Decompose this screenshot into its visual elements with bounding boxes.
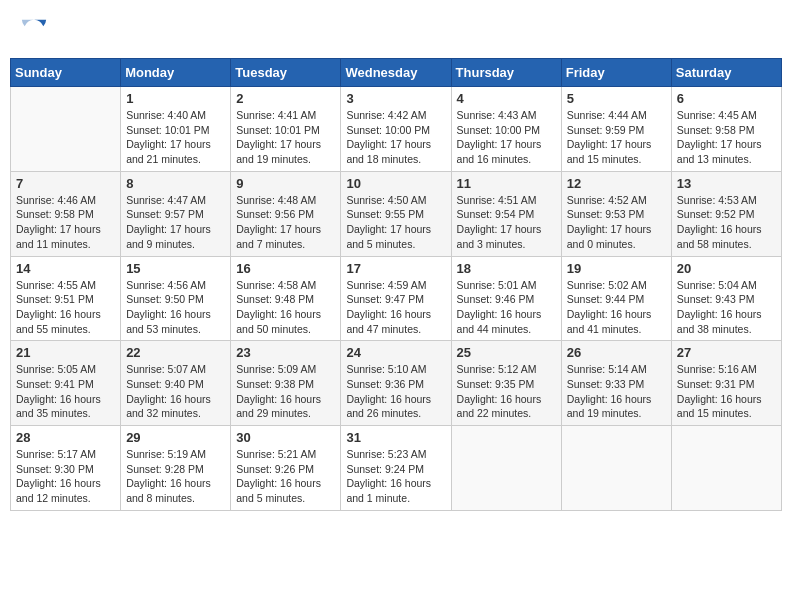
day-info: Sunrise: 5:09 AM Sunset: 9:38 PM Dayligh…	[236, 362, 335, 421]
calendar-cell	[451, 426, 561, 511]
weekday-header: Tuesday	[231, 59, 341, 87]
day-number: 5	[567, 91, 666, 106]
day-number: 28	[16, 430, 115, 445]
day-number: 21	[16, 345, 115, 360]
calendar-cell: 6Sunrise: 4:45 AM Sunset: 9:58 PM Daylig…	[671, 87, 781, 172]
day-number: 23	[236, 345, 335, 360]
day-info: Sunrise: 5:02 AM Sunset: 9:44 PM Dayligh…	[567, 278, 666, 337]
day-number: 10	[346, 176, 445, 191]
calendar-week-row: 21Sunrise: 5:05 AM Sunset: 9:41 PM Dayli…	[11, 341, 782, 426]
day-info: Sunrise: 5:04 AM Sunset: 9:43 PM Dayligh…	[677, 278, 776, 337]
calendar-cell	[671, 426, 781, 511]
calendar-cell: 18Sunrise: 5:01 AM Sunset: 9:46 PM Dayli…	[451, 256, 561, 341]
calendar-cell: 15Sunrise: 4:56 AM Sunset: 9:50 PM Dayli…	[121, 256, 231, 341]
calendar-cell: 12Sunrise: 4:52 AM Sunset: 9:53 PM Dayli…	[561, 171, 671, 256]
day-info: Sunrise: 4:42 AM Sunset: 10:00 PM Daylig…	[346, 108, 445, 167]
day-number: 15	[126, 261, 225, 276]
logo-icon	[20, 15, 48, 43]
calendar-table: SundayMondayTuesdayWednesdayThursdayFrid…	[10, 58, 782, 511]
day-number: 2	[236, 91, 335, 106]
day-info: Sunrise: 5:19 AM Sunset: 9:28 PM Dayligh…	[126, 447, 225, 506]
day-info: Sunrise: 4:59 AM Sunset: 9:47 PM Dayligh…	[346, 278, 445, 337]
weekday-header: Thursday	[451, 59, 561, 87]
calendar-cell: 17Sunrise: 4:59 AM Sunset: 9:47 PM Dayli…	[341, 256, 451, 341]
calendar-cell: 16Sunrise: 4:58 AM Sunset: 9:48 PM Dayli…	[231, 256, 341, 341]
calendar-cell: 22Sunrise: 5:07 AM Sunset: 9:40 PM Dayli…	[121, 341, 231, 426]
day-info: Sunrise: 5:01 AM Sunset: 9:46 PM Dayligh…	[457, 278, 556, 337]
calendar-cell: 26Sunrise: 5:14 AM Sunset: 9:33 PM Dayli…	[561, 341, 671, 426]
day-info: Sunrise: 4:47 AM Sunset: 9:57 PM Dayligh…	[126, 193, 225, 252]
day-info: Sunrise: 4:40 AM Sunset: 10:01 PM Daylig…	[126, 108, 225, 167]
day-number: 3	[346, 91, 445, 106]
calendar-cell: 21Sunrise: 5:05 AM Sunset: 9:41 PM Dayli…	[11, 341, 121, 426]
calendar-cell: 5Sunrise: 4:44 AM Sunset: 9:59 PM Daylig…	[561, 87, 671, 172]
calendar-cell	[561, 426, 671, 511]
day-info: Sunrise: 5:14 AM Sunset: 9:33 PM Dayligh…	[567, 362, 666, 421]
calendar-cell: 9Sunrise: 4:48 AM Sunset: 9:56 PM Daylig…	[231, 171, 341, 256]
day-number: 4	[457, 91, 556, 106]
day-info: Sunrise: 5:16 AM Sunset: 9:31 PM Dayligh…	[677, 362, 776, 421]
day-info: Sunrise: 4:53 AM Sunset: 9:52 PM Dayligh…	[677, 193, 776, 252]
day-number: 1	[126, 91, 225, 106]
calendar-cell: 3Sunrise: 4:42 AM Sunset: 10:00 PM Dayli…	[341, 87, 451, 172]
day-number: 13	[677, 176, 776, 191]
weekday-header: Friday	[561, 59, 671, 87]
day-number: 31	[346, 430, 445, 445]
calendar-week-row: 28Sunrise: 5:17 AM Sunset: 9:30 PM Dayli…	[11, 426, 782, 511]
day-number: 14	[16, 261, 115, 276]
weekday-header: Wednesday	[341, 59, 451, 87]
day-info: Sunrise: 4:56 AM Sunset: 9:50 PM Dayligh…	[126, 278, 225, 337]
calendar-cell: 8Sunrise: 4:47 AM Sunset: 9:57 PM Daylig…	[121, 171, 231, 256]
day-number: 6	[677, 91, 776, 106]
calendar-cell: 23Sunrise: 5:09 AM Sunset: 9:38 PM Dayli…	[231, 341, 341, 426]
day-number: 29	[126, 430, 225, 445]
day-number: 12	[567, 176, 666, 191]
day-info: Sunrise: 5:07 AM Sunset: 9:40 PM Dayligh…	[126, 362, 225, 421]
calendar-cell: 27Sunrise: 5:16 AM Sunset: 9:31 PM Dayli…	[671, 341, 781, 426]
calendar-week-row: 14Sunrise: 4:55 AM Sunset: 9:51 PM Dayli…	[11, 256, 782, 341]
day-number: 11	[457, 176, 556, 191]
day-info: Sunrise: 4:46 AM Sunset: 9:58 PM Dayligh…	[16, 193, 115, 252]
day-number: 24	[346, 345, 445, 360]
day-info: Sunrise: 4:41 AM Sunset: 10:01 PM Daylig…	[236, 108, 335, 167]
calendar-cell: 10Sunrise: 4:50 AM Sunset: 9:55 PM Dayli…	[341, 171, 451, 256]
calendar-header-row: SundayMondayTuesdayWednesdayThursdayFrid…	[11, 59, 782, 87]
day-number: 18	[457, 261, 556, 276]
day-number: 8	[126, 176, 225, 191]
day-info: Sunrise: 4:50 AM Sunset: 9:55 PM Dayligh…	[346, 193, 445, 252]
calendar-cell: 31Sunrise: 5:23 AM Sunset: 9:24 PM Dayli…	[341, 426, 451, 511]
day-number: 9	[236, 176, 335, 191]
day-info: Sunrise: 4:51 AM Sunset: 9:54 PM Dayligh…	[457, 193, 556, 252]
day-number: 16	[236, 261, 335, 276]
day-info: Sunrise: 5:23 AM Sunset: 9:24 PM Dayligh…	[346, 447, 445, 506]
logo	[20, 15, 52, 43]
day-number: 25	[457, 345, 556, 360]
day-number: 20	[677, 261, 776, 276]
day-number: 19	[567, 261, 666, 276]
calendar-cell: 13Sunrise: 4:53 AM Sunset: 9:52 PM Dayli…	[671, 171, 781, 256]
day-info: Sunrise: 5:17 AM Sunset: 9:30 PM Dayligh…	[16, 447, 115, 506]
day-info: Sunrise: 4:45 AM Sunset: 9:58 PM Dayligh…	[677, 108, 776, 167]
day-number: 22	[126, 345, 225, 360]
calendar-cell: 7Sunrise: 4:46 AM Sunset: 9:58 PM Daylig…	[11, 171, 121, 256]
day-info: Sunrise: 4:43 AM Sunset: 10:00 PM Daylig…	[457, 108, 556, 167]
day-info: Sunrise: 4:55 AM Sunset: 9:51 PM Dayligh…	[16, 278, 115, 337]
day-number: 27	[677, 345, 776, 360]
calendar-cell: 4Sunrise: 4:43 AM Sunset: 10:00 PM Dayli…	[451, 87, 561, 172]
day-number: 30	[236, 430, 335, 445]
day-info: Sunrise: 5:12 AM Sunset: 9:35 PM Dayligh…	[457, 362, 556, 421]
day-info: Sunrise: 5:05 AM Sunset: 9:41 PM Dayligh…	[16, 362, 115, 421]
weekday-header: Saturday	[671, 59, 781, 87]
day-info: Sunrise: 4:44 AM Sunset: 9:59 PM Dayligh…	[567, 108, 666, 167]
day-info: Sunrise: 4:48 AM Sunset: 9:56 PM Dayligh…	[236, 193, 335, 252]
page-header	[10, 10, 782, 48]
calendar-cell: 29Sunrise: 5:19 AM Sunset: 9:28 PM Dayli…	[121, 426, 231, 511]
calendar-week-row: 1Sunrise: 4:40 AM Sunset: 10:01 PM Dayli…	[11, 87, 782, 172]
day-info: Sunrise: 4:58 AM Sunset: 9:48 PM Dayligh…	[236, 278, 335, 337]
weekday-header: Sunday	[11, 59, 121, 87]
calendar-cell: 28Sunrise: 5:17 AM Sunset: 9:30 PM Dayli…	[11, 426, 121, 511]
calendar-week-row: 7Sunrise: 4:46 AM Sunset: 9:58 PM Daylig…	[11, 171, 782, 256]
day-info: Sunrise: 4:52 AM Sunset: 9:53 PM Dayligh…	[567, 193, 666, 252]
calendar-cell: 1Sunrise: 4:40 AM Sunset: 10:01 PM Dayli…	[121, 87, 231, 172]
calendar-cell: 19Sunrise: 5:02 AM Sunset: 9:44 PM Dayli…	[561, 256, 671, 341]
